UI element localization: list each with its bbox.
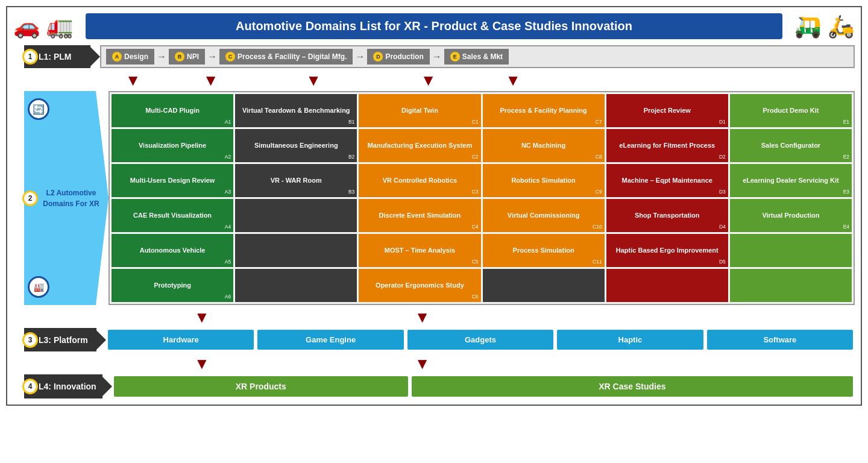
stage-npi: B NPI xyxy=(169,49,205,65)
cell-b1: Virtual Teardown & BenchmarkingB1 xyxy=(235,94,357,127)
cell-d3: Machine – Eqpt MaintenanceD3 xyxy=(606,164,728,197)
cell-c5: MOST – Time AnalysisC5 xyxy=(359,234,480,267)
stage-e-badge: E xyxy=(450,52,460,61)
col-sales: Product Demo KitE1 Sales ConfiguratorE2 … xyxy=(730,94,852,302)
stage-process: C Process & Facility – Digital Mfg. xyxy=(219,49,353,65)
down-arrows-row3: ▼ ▼ xyxy=(194,354,855,373)
innovation-xr-case-studies: XR Case Studies xyxy=(412,376,853,397)
stage-c-badge: C xyxy=(225,52,235,61)
innovation-buttons: XR Products XR Case Studies xyxy=(112,374,855,398)
down-arrow-e: ▼ xyxy=(477,71,549,90)
platform-hardware: Hardware xyxy=(108,330,254,350)
arrow-bc: → xyxy=(207,51,217,62)
platform-gadgets: Gadgets xyxy=(407,330,553,350)
left-icons: 🚗 🚛 xyxy=(13,14,74,39)
cell-b5-empty xyxy=(235,234,357,267)
platform-haptic: Haptic xyxy=(557,330,703,350)
factory-icon: 🏭 xyxy=(28,276,49,298)
stage-a-label: Design xyxy=(124,52,148,61)
cell-b4-empty xyxy=(235,199,357,232)
platform-game-engine: Game Engine xyxy=(257,330,403,350)
cell-e6-empty xyxy=(730,269,852,302)
cell-e2: Sales ConfiguratorE2 xyxy=(730,129,852,162)
scooter-icon: 🛵 xyxy=(828,14,855,39)
domain-grid: Multi-CAD PluginA1 Visualization Pipelin… xyxy=(108,91,855,305)
cell-c2: Manufacturing Execution SystemC2 xyxy=(359,129,480,162)
cell-c9: Robotics SimulationC9 xyxy=(483,164,605,197)
cell-c12-empty xyxy=(483,269,605,302)
cell-b2: Simultaneous EngineeringB2 xyxy=(235,129,357,162)
cell-d5: Haptic Based Ergo ImprovementD5 xyxy=(606,234,728,267)
stage-d-label: Production xyxy=(385,52,423,61)
l2-icon-top: 🔄 xyxy=(28,98,49,120)
stage-sales: E Sales & Mkt xyxy=(444,49,509,65)
down-arrows-row1: ▼ ▼ ▼ ▼ ▼ xyxy=(92,71,855,90)
cell-c8: NC MachiningC8 xyxy=(483,129,605,162)
down-arrow-c: ▼ xyxy=(247,71,380,90)
main-container: 🚗 🚛 Automotive Domains List for XR - Pro… xyxy=(6,6,862,406)
header-row: 🚗 🚛 Automotive Domains List for XR - Pro… xyxy=(13,13,855,39)
cell-d2: eLearning for Fitment ProcessD2 xyxy=(606,129,728,162)
arrow-ab: → xyxy=(157,51,166,62)
l4-number: 4 xyxy=(22,379,38,394)
cell-a4: CAE Result VisualizationA4 xyxy=(112,199,233,232)
arrow-de: → xyxy=(432,51,442,62)
l3-arrow xyxy=(96,330,106,350)
car-icon: 🚗 xyxy=(13,14,40,39)
cell-c4: Discrete Event SimulationC4 xyxy=(359,199,480,232)
down-arrow-l3-left: ▼ xyxy=(194,308,210,327)
down-arrow-l4-right: ▼ xyxy=(415,354,430,373)
cell-a2: Visualization PipelineA2 xyxy=(112,129,233,162)
down-arrow-l4-left: ▼ xyxy=(194,354,210,373)
cell-e3: eLearning Dealer Servicing KitE3 xyxy=(730,164,852,197)
cell-e4: Virtual ProductionE4 xyxy=(730,199,852,232)
down-arrow-a: ▼ xyxy=(92,71,174,90)
l1-arrow xyxy=(90,47,100,66)
stage-d-badge: D xyxy=(373,52,383,61)
stage-design: A Design xyxy=(106,49,154,65)
cell-e5-empty xyxy=(730,234,852,267)
col-process-left: Digital TwinC1 Manufacturing Execution S… xyxy=(359,94,480,302)
cell-a1: Multi-CAD PluginA1 xyxy=(112,94,233,127)
cell-b6-empty xyxy=(235,269,357,302)
cell-b3: VR - WAR RoomB3 xyxy=(235,164,357,197)
down-arrow-l3-right: ▼ xyxy=(415,308,430,327)
cell-a6: PrototypingA6 xyxy=(112,269,233,302)
page-title: Automotive Domains List for XR - Product… xyxy=(86,13,782,39)
l1-row: 1 L1: PLM A Design → B NPI → C Process &… xyxy=(24,45,855,68)
stage-b-label: NPI xyxy=(187,52,199,61)
col-production: Project ReviewD1 eLearning for Fitment P… xyxy=(606,94,728,302)
cell-d4: Shop TransportationD4 xyxy=(606,199,728,232)
down-arrows-row2: ▼ ▼ xyxy=(194,308,855,327)
cycle-icon: 🔄 xyxy=(28,98,49,120)
l2-icon-bottom: 🏭 xyxy=(28,276,49,298)
platform-software: Software xyxy=(707,330,853,350)
truck-icon: 🚛 xyxy=(46,14,74,39)
stage-production: D Production xyxy=(367,49,429,65)
arrow-cd: → xyxy=(355,51,365,62)
cell-d1: Project ReviewD1 xyxy=(606,94,728,127)
l3-number: 3 xyxy=(22,332,38,348)
right-icons: 🛺 🛵 xyxy=(794,14,855,39)
l4-row: 4 L4: Innovation XR Products XR Case Stu… xyxy=(24,374,855,398)
stage-e-label: Sales & Mkt xyxy=(462,52,503,61)
stage-b-badge: B xyxy=(175,52,184,61)
down-arrow-d: ▼ xyxy=(382,71,475,90)
col-design: Multi-CAD PluginA1 Visualization Pipelin… xyxy=(112,94,233,302)
cell-c3: VR Controlled RoboticsC3 xyxy=(359,164,480,197)
stage-a-badge: A xyxy=(112,52,122,61)
cell-e1: Product Demo KitE1 xyxy=(730,94,852,127)
down-arrow-b: ▼ xyxy=(176,71,245,90)
cell-a5: Autonomous VehicleA5 xyxy=(112,234,233,267)
auto-rickshaw-icon: 🛺 xyxy=(794,14,822,39)
l4-arrow xyxy=(102,377,112,396)
cell-c11: Process SimulationC11 xyxy=(483,234,605,267)
cell-d6-empty xyxy=(606,269,728,302)
stage-c-label: Process & Facility – Digital Mfg. xyxy=(237,52,347,61)
l1-number: 1 xyxy=(22,49,38,65)
cell-c7: Process & Facility PlanningC7 xyxy=(483,94,605,127)
cell-c10: Virtual CommissioningC10 xyxy=(483,199,605,232)
l2-row: 2 🔄 L2 Automotive Domains For XR 🏭 Multi… xyxy=(24,91,855,305)
innovation-xr-products: XR Products xyxy=(114,376,408,397)
cell-c1: Digital TwinC1 xyxy=(359,94,480,127)
